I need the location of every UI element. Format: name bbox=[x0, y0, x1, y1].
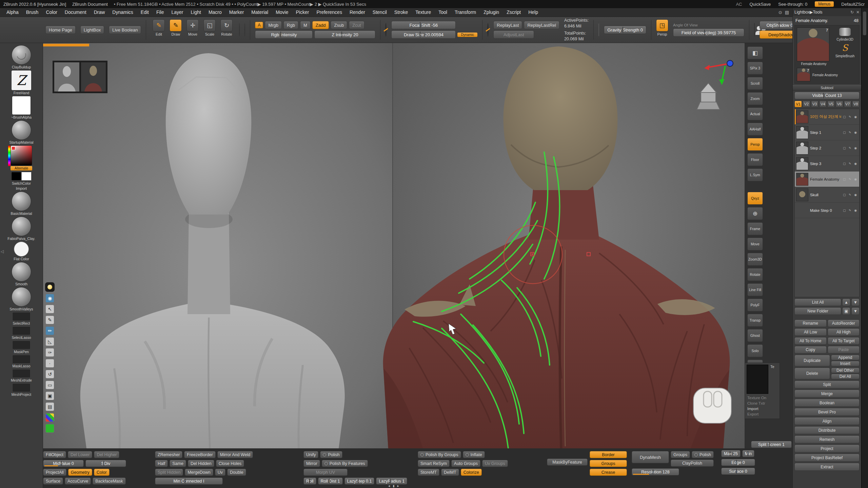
folder-icon[interactable]: ▣ bbox=[842, 307, 850, 315]
subtool-action-button[interactable]: Project BasRelief bbox=[794, 454, 860, 462]
modify-topology-button[interactable]: Same bbox=[170, 460, 186, 467]
mode-button[interactable]: Draw bbox=[168, 19, 183, 40]
list-all-button[interactable]: List All bbox=[794, 299, 841, 306]
texture-item[interactable]: Texture On bbox=[747, 395, 778, 401]
tray-thumbnail[interactable] bbox=[12, 217, 31, 236]
fov-slider[interactable]: Field of view(deg) 39.59775 bbox=[673, 28, 744, 37]
version-tab[interactable]: V3 bbox=[811, 101, 818, 107]
tray-thumbnail[interactable] bbox=[14, 242, 29, 257]
light-bulb-icon[interactable] bbox=[45, 282, 55, 292]
tray-item[interactable]: Flat Color bbox=[14, 242, 29, 261]
all-high-button[interactable]: All High bbox=[828, 328, 860, 336]
all-to-target-button[interactable]: All To Target bbox=[828, 337, 860, 345]
menu-item[interactable]: File bbox=[153, 8, 168, 17]
min-connected-slider[interactable]: Min Connected I bbox=[155, 477, 223, 485]
geometry-button[interactable]: Del Higher bbox=[94, 451, 119, 458]
tray-item[interactable]: SelectRect bbox=[12, 312, 31, 325]
texture-item[interactable]: Import bbox=[747, 406, 778, 411]
tray-thumbnail[interactable] bbox=[12, 191, 31, 211]
subtool-row[interactable]: Female Anatomy bbox=[795, 171, 859, 187]
subtool-action-button[interactable]: Project bbox=[794, 445, 860, 452]
gravity-strength-slider[interactable]: Gravity Strength 0 bbox=[604, 26, 646, 34]
tray-thumbnail[interactable] bbox=[12, 262, 31, 282]
new-folder-button[interactable]: New Folder bbox=[794, 307, 841, 315]
quick-tool-icon[interactable]: ▣ bbox=[45, 391, 54, 400]
crease-toggle-button[interactable]: Border bbox=[590, 451, 627, 458]
bottom-scroll-arrows[interactable]: ◄ ▮ ► bbox=[388, 484, 400, 488]
canvas-3d-view[interactable]: ◉↖✎✏◺✑∙↺▭▣▤▦■ bbox=[43, 43, 745, 448]
menu-item[interactable]: Help bbox=[525, 8, 542, 17]
right-shelf-button[interactable]: Ghost bbox=[747, 329, 763, 342]
tray-item[interactable]: SelectLasso bbox=[12, 326, 31, 340]
menu-item[interactable]: Movie bbox=[272, 8, 292, 17]
groups-button[interactable]: Uv Groups bbox=[482, 460, 508, 467]
right-shelf-button[interactable]: Persp bbox=[747, 138, 763, 151]
del-other-button[interactable]: Del Other bbox=[831, 368, 860, 373]
version-tab[interactable]: V7 bbox=[844, 101, 851, 107]
tray-thumbnail[interactable] bbox=[12, 312, 31, 321]
folder-down-icon[interactable]: ▼ bbox=[851, 307, 860, 315]
z-intensity-slider[interactable]: Z Intensity 20 bbox=[314, 30, 375, 39]
geometry-slider[interactable]: MidValue 0 bbox=[43, 460, 84, 467]
append-button[interactable]: Append bbox=[831, 355, 860, 360]
insert-button[interactable]: Insert bbox=[831, 361, 860, 366]
texture-item[interactable]: Clone Txtr bbox=[747, 401, 778, 406]
tray-thumbnail[interactable] bbox=[12, 120, 31, 140]
all-low-button[interactable]: All Low bbox=[794, 328, 827, 336]
subtool-row[interactable]: Step 1 bbox=[795, 125, 859, 140]
right-shelf-button[interactable]: L.Sym bbox=[747, 168, 763, 181]
menu-item[interactable]: Dynamics bbox=[108, 8, 137, 17]
right-shelf-button[interactable]: Actual bbox=[747, 107, 763, 120]
right-shelf-button[interactable]: Floor bbox=[747, 153, 763, 166]
replay-dial-icon[interactable] bbox=[487, 23, 489, 37]
polish-button[interactable]: Inflate bbox=[463, 451, 485, 458]
geometry-button[interactable]: FillObject bbox=[43, 451, 66, 458]
subtool-action-button[interactable]: Boolean bbox=[794, 399, 860, 407]
tray-item[interactable]: ~BrushAlpha bbox=[11, 96, 32, 119]
groups-button[interactable]: Smart ReSym bbox=[418, 460, 450, 467]
tray-item[interactable]: FabioPaiva_Clay. bbox=[7, 217, 35, 241]
quick-tool-icon[interactable]: ▦ bbox=[45, 413, 54, 422]
right-shelf-button[interactable]: Rotate bbox=[747, 268, 763, 281]
claypolish-button[interactable]: ClayPolish bbox=[671, 460, 714, 467]
menu-item[interactable]: Light bbox=[187, 8, 205, 17]
deformation-button[interactable]: Mirror bbox=[303, 460, 320, 467]
dynamic-toggle[interactable]: Dynamic bbox=[457, 33, 477, 37]
subtool-row[interactable]: Make Step 0 bbox=[795, 203, 859, 218]
rgb-button[interactable]: Rgb bbox=[283, 21, 298, 29]
subtool-action-button[interactable]: Align bbox=[794, 417, 860, 425]
see-through-slider[interactable]: See-through: 0 bbox=[778, 2, 807, 7]
subtool-row[interactable]: 10인 여성 2단계 바디 각상 - 하제 bbox=[795, 109, 859, 125]
tray-item[interactable]: Import bbox=[16, 186, 27, 190]
tray-item[interactable]: MeshExtrude bbox=[11, 369, 32, 382]
geometry-button[interactable]: BackfaceMask bbox=[93, 477, 125, 485]
version-tab[interactable]: V8 bbox=[852, 101, 860, 107]
tray-item[interactable]: MaskLasso bbox=[12, 355, 31, 368]
tray-item[interactable]: MeshProject bbox=[12, 383, 31, 396]
tray-item[interactable]: SmoothValleys bbox=[9, 287, 33, 311]
subtool-action-button[interactable]: Bevel Pro bbox=[794, 408, 860, 416]
subtool-action-button[interactable]: Distribute bbox=[794, 426, 860, 434]
subtool-row-icons[interactable] bbox=[843, 193, 858, 197]
right-shelf-button[interactable]: Zoom3D bbox=[747, 253, 763, 266]
quick-tool-icon[interactable]: ✎ bbox=[45, 316, 54, 324]
geometry-button[interactable]: AccuCurve bbox=[65, 477, 91, 485]
replay-last-rel-button[interactable]: ReplayLastRel bbox=[524, 21, 559, 29]
tray-thumbnail[interactable] bbox=[12, 369, 31, 378]
subtool-row[interactable]: Skull bbox=[795, 187, 859, 203]
current-tool-row[interactable]: Female Anatomy. 48 bbox=[794, 18, 860, 24]
tray-thumbnail[interactable] bbox=[12, 326, 31, 335]
move-up-icon[interactable]: ▲ bbox=[842, 299, 850, 306]
menu-item[interactable]: Picker bbox=[292, 8, 313, 17]
quick-tool-icon[interactable]: ✏ bbox=[45, 326, 54, 335]
subtool-row[interactable]: Step 2 bbox=[795, 140, 859, 156]
move-down-icon[interactable]: ▼ bbox=[851, 299, 860, 306]
menu-item[interactable]: Texture bbox=[412, 8, 435, 17]
lazy-mouse-slider[interactable]: Roll Dist 1 bbox=[318, 477, 343, 485]
delete-button[interactable]: Delete bbox=[794, 368, 830, 379]
stroke-picker-icon[interactable] bbox=[239, 23, 240, 37]
subtool-thumbnail[interactable] bbox=[796, 188, 808, 201]
mode-button[interactable]: Rotate bbox=[219, 19, 234, 40]
right-shelf-button[interactable]: SPix 3 bbox=[747, 62, 763, 75]
subtool-thumbnail[interactable] bbox=[796, 110, 808, 123]
